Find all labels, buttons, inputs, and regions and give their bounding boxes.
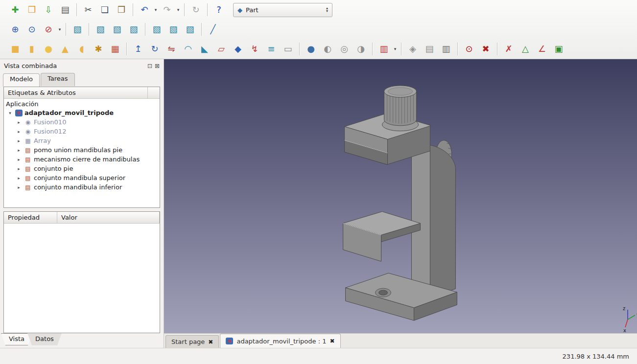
tab-vista[interactable]: Vista: [1, 333, 32, 345]
tree-item-label: pomo union mandibulas pie: [34, 146, 122, 154]
fit-all-icon[interactable]: ⊕: [7, 22, 24, 37]
tree-item-root[interactable]: ▾ ⚙ adaptador_movil_tripode: [4, 108, 160, 117]
tab-tareas[interactable]: Tareas: [41, 73, 75, 86]
expand-arrow-icon[interactable]: ▸: [16, 176, 22, 181]
expand-arrow-icon[interactable]: ▸: [16, 157, 22, 162]
expand-arrow-icon[interactable]: ▸: [16, 120, 22, 125]
tree-item-array[interactable]: ▸ ▦ Array: [4, 136, 160, 145]
application-root[interactable]: Aplicación: [4, 99, 160, 108]
property-column-header[interactable]: Propiedad: [4, 212, 57, 223]
part-sphere-icon[interactable]: ●: [40, 42, 57, 56]
shape-builder-icon[interactable]: ▦: [107, 42, 123, 56]
tree-header-label[interactable]: Etiquetas & Atributos: [4, 87, 148, 98]
defeaturing-icon[interactable]: ✖: [477, 42, 494, 56]
value-column-header[interactable]: Valor: [57, 212, 160, 223]
toolbar-separator: [372, 43, 373, 55]
convert-solid-icon[interactable]: ◈: [404, 42, 421, 56]
expand-arrow-icon[interactable]: ▸: [16, 166, 22, 171]
expand-arrow-icon[interactable]: ▾: [7, 111, 13, 115]
tree-item-conjunto-pie[interactable]: ▸ ▤ conjunto pie: [4, 164, 160, 173]
view-right-icon[interactable]: ▧: [125, 22, 142, 37]
undo-icon[interactable]: ↶: [136, 2, 153, 17]
chamfer-icon[interactable]: ◣: [196, 42, 213, 56]
redo-icon[interactable]: ↷: [159, 2, 175, 17]
measure-angular-icon[interactable]: ∠: [534, 42, 550, 56]
boolean-icon[interactable]: ●: [303, 42, 319, 56]
refresh-icon[interactable]: ↻: [188, 2, 204, 17]
explode-compound-icon[interactable]: ▥: [438, 42, 454, 56]
view-rear-icon[interactable]: ▧: [148, 22, 165, 37]
tab-datos[interactable]: Datos: [27, 333, 62, 345]
part-box-icon[interactable]: ■: [7, 42, 24, 56]
tree-item-conjunto-mandibula-inferior[interactable]: ▸ ▤ conjunto mandibula inferior: [4, 182, 160, 192]
part-cut-icon[interactable]: ◐: [319, 42, 336, 56]
part-cylinder-icon[interactable]: ▮: [24, 42, 40, 56]
revolve-icon[interactable]: ↻: [146, 42, 163, 56]
view-isometric-icon[interactable]: ▧: [69, 22, 86, 37]
whats-this-icon[interactable]: ?: [211, 2, 227, 17]
float-panel-icon[interactable]: ⊡: [147, 63, 152, 69]
cut-icon[interactable]: ✂: [80, 2, 96, 17]
close-tab-icon[interactable]: ✖: [330, 338, 334, 344]
extrude-icon[interactable]: ↥: [130, 42, 146, 56]
redo-dropdown-icon[interactable]: ▾: [175, 2, 181, 17]
part-union-icon[interactable]: ◎: [336, 42, 353, 56]
view-bottom-icon[interactable]: ▧: [165, 22, 182, 37]
new-document-icon[interactable]: ✚: [7, 2, 24, 17]
part-primitives-icon[interactable]: ✱: [90, 42, 107, 56]
part-torus-icon[interactable]: ◖: [73, 42, 90, 56]
tab-adaptador-movil-tripode[interactable]: ⚙ adaptador_movil_tripode : 1 ✖: [220, 334, 340, 348]
tab-modelo[interactable]: Modelo: [3, 73, 40, 87]
tree-item-fusion010[interactable]: ▸ ◉ Fusion010: [4, 117, 160, 127]
close-panel-icon[interactable]: ⊠: [155, 63, 160, 69]
tab-start-page[interactable]: Start page ✖: [165, 335, 219, 348]
3d-viewport[interactable]: z y x: [164, 59, 637, 333]
view-left-icon[interactable]: ▧: [182, 22, 198, 37]
draw-style-icon[interactable]: ⊘: [40, 22, 57, 37]
copy-icon[interactable]: ❏: [96, 2, 113, 17]
thickness-icon[interactable]: ▭: [280, 42, 296, 56]
compound-icon[interactable]: ▤: [421, 42, 438, 56]
tree-item-conjunto-mandibula-superior[interactable]: ▸ ▤ conjunto mandibula superior: [4, 173, 160, 182]
fit-selection-icon[interactable]: ⊙: [24, 22, 40, 37]
close-tab-icon[interactable]: ✖: [208, 339, 213, 345]
part-intersection-icon[interactable]: ◑: [353, 42, 369, 56]
spinner-down-icon[interactable]: ▾: [326, 10, 328, 13]
group-icon: ▤: [24, 165, 32, 172]
sweep-icon[interactable]: ↯: [246, 42, 263, 56]
offset-icon[interactable]: ≡: [263, 42, 280, 56]
expand-arrow-icon[interactable]: ▸: [16, 129, 22, 134]
make-face-icon[interactable]: ▱: [213, 42, 230, 56]
measure-linear-icon[interactable]: △: [517, 42, 534, 56]
expand-arrow-icon[interactable]: ▸: [16, 185, 22, 190]
toolbar-separator: [126, 43, 127, 55]
expand-arrow-icon[interactable]: ▸: [16, 148, 22, 153]
property-editor: Propiedad Valor: [3, 211, 160, 333]
expand-arrow-icon[interactable]: ▸: [16, 138, 22, 143]
part-cone-icon[interactable]: ▲: [57, 42, 73, 56]
draw-style-dropdown-icon[interactable]: ▾: [57, 22, 63, 37]
check-geometry-icon[interactable]: ⊙: [461, 42, 477, 56]
measure-clear-icon[interactable]: ✗: [500, 42, 517, 56]
cross-sections-dropdown-icon[interactable]: ▾: [392, 42, 398, 56]
3d-model[interactable]: [343, 86, 457, 320]
paste-icon[interactable]: ❐: [113, 2, 130, 17]
fillet-icon[interactable]: ◠: [180, 42, 196, 56]
undo-dropdown-icon[interactable]: ▾: [153, 2, 159, 17]
open-folder-icon[interactable]: ❒: [24, 2, 40, 17]
view-top-icon[interactable]: ▧: [109, 22, 125, 37]
loft-icon[interactable]: ◆: [230, 42, 246, 56]
workbench-selector[interactable]: ◆ Part ▴ ▾: [233, 3, 332, 17]
tree-item-mecanismo-cierre[interactable]: ▸ ▤ mecanismo cierre de mandibulas: [4, 155, 160, 164]
workbench-spinner[interactable]: ▴ ▾: [326, 7, 328, 13]
view-front-icon[interactable]: ▧: [92, 22, 109, 37]
toggle-measurement-icon[interactable]: ▣: [550, 42, 567, 56]
tree-item-fusion012[interactable]: ▸ ◉ Fusion012: [4, 127, 160, 136]
mirror-icon[interactable]: ⇋: [163, 42, 180, 56]
cross-sections-icon[interactable]: ▥: [376, 42, 392, 56]
property-list[interactable]: [4, 224, 160, 333]
save-icon[interactable]: ⇩: [40, 2, 57, 17]
print-icon[interactable]: ▤: [57, 2, 73, 17]
measure-distance-icon[interactable]: ╱: [205, 22, 221, 37]
tree-item-pomo-union[interactable]: ▸ ▤ pomo union mandibulas pie: [4, 145, 160, 155]
